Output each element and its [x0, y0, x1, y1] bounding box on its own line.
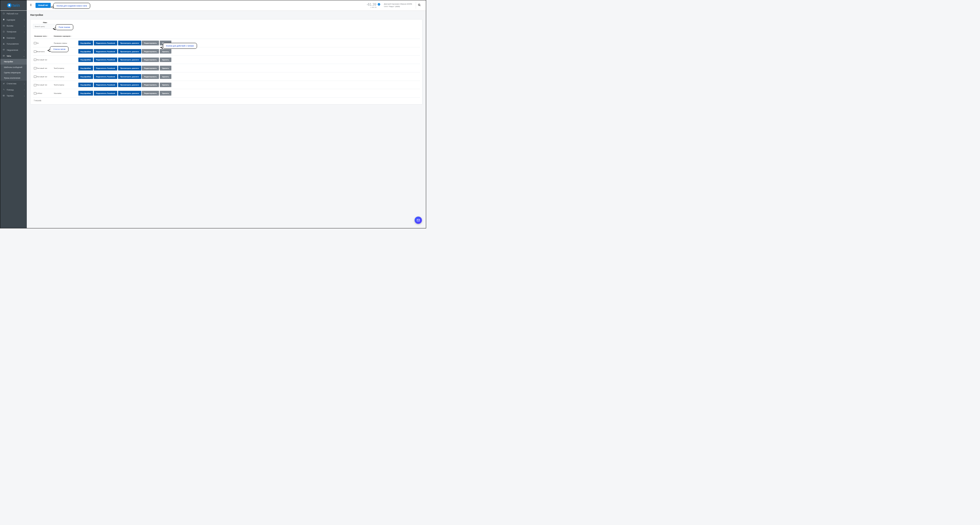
facebook-button[interactable]: Подключить Facebook [94, 91, 118, 96]
frame-button[interactable]: Код фрэйма [78, 83, 93, 88]
sidebar-item-cogs[interactable]: Помощь› [0, 86, 27, 93]
sidebar-item-calendar[interactable]: Вызовы› [0, 23, 27, 29]
copy-icon[interactable] [34, 67, 36, 69]
cell-actions: Код фрэймаПодключить FacebookПросмотреть… [77, 64, 420, 72]
sidebar-item-label: Пользователи [7, 43, 19, 45]
logo[interactable]: twin [0, 0, 27, 11]
svg-rect-11 [4, 38, 4, 38]
cell-actions: Код фрэймаПодключить FacebookПросмотреть… [77, 89, 420, 97]
svg-rect-15 [3, 83, 3, 84]
book-icon [3, 19, 5, 21]
sidebar-item-label: Сценарии [7, 19, 15, 21]
cell-actions: Код фрэймаПодключить FacebookПросмотреть… [77, 39, 420, 47]
delete-button[interactable]: Удалить [160, 57, 171, 62]
sidebar-item-book[interactable]: Сценарии› [0, 17, 27, 22]
frame-button[interactable]: Код фрэйма [78, 41, 93, 45]
col-chat-header[interactable]: Название чата↓↑ [33, 33, 53, 39]
dialogs-button[interactable]: Просмотреть диалоги [118, 57, 141, 62]
sidebar: Рабочий столСценарии›Вызовы›Телефония›Ко… [0, 11, 27, 228]
dialogs-button[interactable]: Просмотреть диалоги [118, 41, 141, 45]
users-icon [3, 43, 5, 45]
sidebar-item-envelope[interactable]: Уведомления› [0, 47, 27, 53]
table-icon [3, 95, 5, 97]
cell-scen: Проверка смены [52, 39, 77, 47]
sort-icon: ↓↑ [71, 35, 72, 37]
sidebar-item-chat[interactable]: Чаты⌄ [0, 53, 27, 59]
building-icon [3, 37, 5, 39]
facebook-button[interactable]: Подключить Facebook [94, 57, 118, 62]
top-search-button[interactable] [416, 2, 423, 9]
cogs-icon [3, 89, 5, 91]
dialogs-button[interactable]: Просмотреть диалоги [118, 49, 141, 54]
table-row: Тестовый чатTestCompanyКод фрэймаПодключ… [33, 64, 420, 72]
callout-search: Поле поиска [56, 24, 73, 30]
edit-button[interactable]: Редактировать [142, 74, 159, 79]
facebook-button[interactable]: Подключить Facebook [94, 66, 118, 70]
frame-button[interactable]: Код фрэйма [78, 57, 93, 62]
col-scen-header[interactable]: Название сценария↓↑ [52, 33, 77, 39]
sidebar-item-users[interactable]: Пользователи [0, 41, 27, 47]
callout-new-chat: Кнопка для создания нового чата [53, 3, 90, 9]
copy-icon[interactable] [34, 93, 36, 94]
chat-fab[interactable] [415, 217, 422, 224]
sidebar-item-table[interactable]: Тарифы› [0, 93, 27, 99]
cell-chat: Тестовый чат [33, 64, 53, 72]
edit-button[interactable]: Редактировать [142, 66, 159, 70]
new-chat-button[interactable]: Новый чат [35, 3, 51, 8]
sidebar-sub-item[interactable]: Настройки [0, 59, 27, 64]
edit-button[interactable]: Редактировать [142, 49, 159, 54]
facebook-button[interactable]: Подключить Facebook [94, 74, 118, 79]
copy-icon[interactable] [34, 42, 36, 44]
copy-icon[interactable] [34, 84, 36, 86]
frame-button[interactable]: Код фрэйма [78, 74, 93, 79]
cell-chat: Vk [33, 39, 53, 47]
frame-button[interactable]: Код фрэйма [78, 49, 93, 54]
sidebar-sub-item[interactable]: Фразы исключения [0, 75, 27, 81]
sidebar-item-label: Чаты [7, 55, 11, 57]
delete-button[interactable]: Удалить [160, 66, 171, 70]
svg-rect-17 [4, 83, 5, 84]
sidebar-item-label: Вызовы [7, 25, 14, 27]
sidebar-item-label: Статистика [7, 83, 16, 85]
sidebar-item-chart[interactable]: Статистика› [0, 81, 27, 86]
table-row: Тестовый чатTestCompanyКод фрэймаПодключ… [33, 81, 420, 89]
sidebar-item-phone[interactable]: Телефония› [0, 29, 27, 35]
dialogs-button[interactable]: Просмотреть диалоги [118, 83, 141, 88]
balance-check-icon[interactable]: ✓ [378, 3, 380, 6]
logo-bubble-icon [7, 3, 11, 8]
delete-button[interactable]: Удалить [160, 83, 171, 88]
svg-rect-3 [3, 19, 4, 20]
delete-button[interactable]: Удалить [160, 91, 171, 96]
facebook-button[interactable]: Подключить Facebook [94, 41, 118, 45]
sidebar-sub-item[interactable]: Группы операторов [0, 70, 27, 75]
sidebar-sub-item[interactable]: Шаблоны сообщений [0, 65, 27, 70]
chat-icon [3, 55, 5, 57]
delete-button[interactable]: Удалить [160, 49, 171, 54]
edit-button[interactable]: Редактировать [142, 83, 159, 88]
edit-button[interactable]: Редактировать [142, 41, 159, 45]
delete-button[interactable]: Удалить [160, 74, 171, 79]
copy-icon[interactable] [34, 59, 36, 61]
cell-scen: TestCompany [52, 64, 77, 72]
dialogs-button[interactable]: Просмотреть диалоги [118, 91, 141, 96]
edit-button[interactable]: Редактировать [142, 91, 159, 96]
copy-icon[interactable] [34, 76, 36, 78]
chevron-right-icon: › [24, 19, 24, 21]
cell-actions: Код фрэймаПодключить FacebookПросмотреть… [77, 47, 420, 56]
frame-button[interactable]: Код фрэйма [78, 66, 93, 70]
facebook-button[interactable]: Подключить Facebook [94, 49, 118, 54]
dialogs-button[interactable]: Просмотреть диалоги [118, 66, 141, 70]
logo-text: twin [13, 3, 20, 8]
chevron-down-icon: ⌄ [23, 55, 24, 57]
sidebar-item-building[interactable]: Компании [0, 35, 27, 41]
sidebar-item-gauge[interactable]: Рабочий стол [0, 11, 27, 17]
cell-scen: TestCompany [52, 81, 77, 89]
copy-icon[interactable] [34, 51, 36, 52]
dialogs-button[interactable]: Просмотреть диалоги [118, 74, 141, 79]
frame-button[interactable]: Код фрэйма [78, 91, 93, 96]
edit-button[interactable]: Редактировать [142, 57, 159, 62]
hamburger-icon[interactable]: ≣ [29, 4, 33, 6]
cell-scen: Vkontakte [52, 89, 77, 97]
table-row: VkПроверка сменыКод фрэймаПодключить Fac… [33, 39, 420, 47]
facebook-button[interactable]: Подключить Facebook [94, 83, 118, 88]
